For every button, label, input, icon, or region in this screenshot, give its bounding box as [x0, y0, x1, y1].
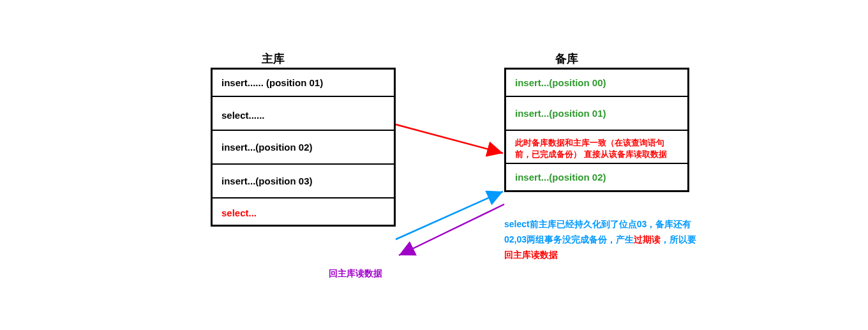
- left-row-4: select...: [213, 199, 394, 225]
- right-row-0: insert...(position 00): [506, 70, 687, 97]
- left-row-0: insert...... (position 01): [213, 70, 394, 97]
- right-row-3: insert...(position 02): [506, 164, 687, 190]
- purple-return-label: 回主库读数据: [329, 268, 382, 280]
- right-box: insert...(position 00) insert...(positio…: [504, 68, 689, 192]
- arrow-red: [396, 124, 503, 153]
- left-row-1: select......: [213, 97, 394, 131]
- left-title: 主库: [262, 51, 285, 66]
- note-seg2: 过期读: [634, 234, 661, 244]
- left-row-2: insert...(position 02): [213, 131, 394, 165]
- right-row-1: insert...(position 01): [506, 97, 687, 131]
- arrow-purple: [399, 204, 504, 255]
- left-row-3: insert...(position 03): [213, 165, 394, 199]
- bottom-note: select前主库已经持久化到了位点03，备库还有02,03两组事务没完成备份，…: [504, 217, 702, 262]
- note-seg4: 回主库读数据: [504, 250, 558, 260]
- left-box: insert...... (position 01) select...... …: [211, 68, 396, 227]
- right-title: 备库: [555, 51, 578, 66]
- arrows-layer: [0, 0, 868, 330]
- arrow-blue: [396, 191, 503, 239]
- right-row-2: 此时备库数据和主库一致（在该查询语句前，已完成备份） 直接从该备库读取数据: [506, 131, 687, 164]
- note-seg3: ，所以要: [661, 234, 696, 244]
